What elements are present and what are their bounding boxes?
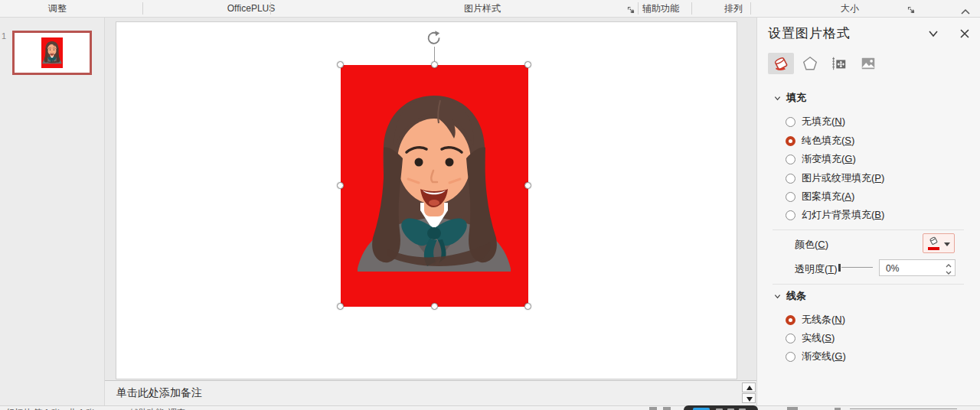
option-gradient-fill[interactable]: 渐变填充G	[786, 151, 856, 167]
option-solid-line[interactable]: 实线S	[786, 330, 835, 346]
chevron-down-icon	[774, 95, 781, 102]
status-slide-info: 幻灯片 第 1 张，共 1 张	[6, 407, 95, 410]
spin-up-icon[interactable]	[945, 261, 952, 268]
ribbon-separator	[270, 2, 271, 15]
next-slide-button[interactable]	[742, 393, 756, 403]
paint-bucket-icon	[772, 54, 790, 73]
previous-slide-button[interactable]	[742, 382, 756, 392]
radio-icon	[786, 210, 795, 220]
status-accessibility: 辅助功能: 调查	[130, 407, 185, 410]
fill-section-title: 填充	[786, 91, 806, 105]
picture-icon	[860, 55, 877, 72]
transparency-value: 0%	[886, 263, 899, 274]
divider	[773, 284, 964, 285]
slide-thumbnail-image	[41, 37, 63, 68]
option-no-fill[interactable]: 无填充N	[786, 114, 845, 129]
ribbon-group-bar: 调整 OfficePLUS 图片样式 辅助功能 排列 大小	[0, 0, 980, 18]
up-arrow-icon	[746, 386, 753, 390]
line-section-title: 线条	[786, 289, 806, 303]
option-gradient-line[interactable]: 渐变线G	[786, 349, 846, 364]
notes-placeholder[interactable]: 单击此处添加备注	[116, 386, 202, 400]
ribbon-group-accessibility: 辅助功能	[642, 0, 679, 17]
transparency-label: 透明度T	[795, 262, 838, 276]
radio-icon	[786, 174, 795, 184]
status-bar: 幻灯片 第 1 张，共 1 张 辅助功能: 调查	[0, 405, 980, 410]
resize-handle-bottom-middle[interactable]	[431, 303, 438, 310]
radio-icon	[786, 334, 795, 343]
resize-handle-bottom-left[interactable]	[337, 303, 344, 310]
pentagon-icon	[802, 55, 818, 72]
slide-thumbnail-panel: 1	[0, 18, 105, 405]
resize-handle-middle-right[interactable]	[524, 182, 531, 189]
ribbon-group-picture-styles: 图片样式	[464, 0, 501, 17]
view-buttons[interactable]	[787, 407, 798, 410]
panel-close-icon[interactable]	[958, 27, 973, 42]
radio-icon	[786, 136, 795, 146]
option-solid-fill[interactable]: 纯色填充S	[786, 133, 854, 148]
status-icon	[649, 407, 657, 410]
divider	[773, 229, 964, 230]
ribbon-group-size: 大小	[841, 0, 859, 17]
rotate-handle-icon[interactable]	[426, 31, 442, 46]
portrait-image	[341, 65, 528, 307]
rotation-connector	[434, 47, 435, 62]
tab-size-properties[interactable]	[826, 53, 852, 74]
ribbon-group-arrange: 排列	[724, 0, 743, 17]
panel-collapse-icon[interactable]	[926, 27, 942, 42]
resize-handle-bottom-right[interactable]	[524, 303, 531, 310]
tab-effects[interactable]	[797, 53, 823, 74]
notes-pane: 单击此处添加备注	[105, 380, 756, 405]
resize-handle-top-right[interactable]	[524, 61, 531, 68]
radio-icon	[786, 155, 795, 164]
tab-fill-and-line[interactable]	[768, 53, 794, 74]
picture-styles-dialog-launcher-icon[interactable]	[626, 4, 635, 13]
ribbon-separator	[638, 2, 639, 15]
radio-icon	[786, 117, 795, 127]
option-pattern-fill[interactable]: 图案填充A	[786, 189, 854, 204]
color-label: 颜色C	[795, 238, 828, 252]
chevron-down-icon	[774, 293, 781, 300]
ribbon-separator	[750, 2, 751, 15]
zoom-slider[interactable]	[850, 408, 957, 409]
down-arrow-icon	[746, 397, 753, 402]
paint-bucket-icon	[927, 236, 940, 246]
transparency-slider-track[interactable]	[841, 267, 873, 268]
ribbon-separator	[691, 2, 692, 15]
option-slide-background-fill[interactable]: 幻灯片背景填充B	[786, 207, 884, 223]
fill-section-header[interactable]: 填充	[774, 91, 806, 105]
slide-number: 1	[2, 31, 6, 41]
format-picture-panel: 设置图片格式	[756, 18, 980, 405]
tab-picture[interactable]	[855, 53, 881, 74]
resize-handle-top-middle[interactable]	[431, 61, 438, 68]
status-icon	[663, 407, 671, 410]
dropdown-arrow-icon	[944, 242, 950, 246]
floating-toolbar[interactable]	[684, 405, 758, 410]
radio-icon	[786, 192, 795, 202]
radio-icon	[786, 315, 795, 325]
option-no-line[interactable]: 无线条N	[786, 312, 845, 327]
transparency-spinner[interactable]: 0%	[879, 259, 956, 276]
resize-handle-middle-left[interactable]	[337, 182, 344, 189]
panel-title: 设置图片格式	[768, 24, 851, 42]
panel-tab-strip	[757, 53, 980, 76]
transparency-slider-handle[interactable]	[838, 264, 841, 272]
fill-color-picker-button[interactable]	[923, 233, 955, 253]
collapse-ribbon-icon[interactable]	[960, 5, 971, 12]
line-section-header[interactable]: 线条	[774, 289, 806, 303]
resize-handle-top-left[interactable]	[337, 61, 344, 68]
ribbon-separator	[142, 2, 143, 15]
ribbon-group-officeplus: OfficePLUS	[227, 0, 275, 17]
size-and-properties-icon	[831, 55, 848, 72]
current-color-swatch	[928, 247, 939, 250]
size-dialog-launcher-icon[interactable]	[906, 4, 916, 13]
option-picture-texture-fill[interactable]: 图片或纹理填充P	[786, 171, 884, 186]
selected-picture[interactable]	[341, 65, 528, 307]
spin-down-icon[interactable]	[945, 268, 952, 275]
radio-icon	[786, 352, 795, 362]
ribbon-group-adjust: 调整	[48, 0, 67, 17]
slide-thumbnail[interactable]	[12, 31, 92, 75]
